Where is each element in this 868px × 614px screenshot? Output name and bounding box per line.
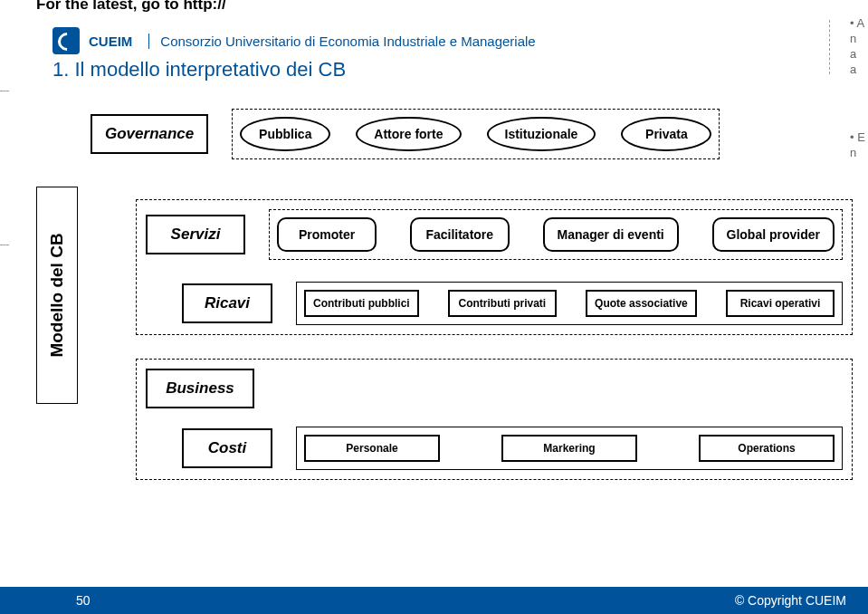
option-contributi-privati: Contributi privati: [448, 290, 557, 317]
ricavi-label-box: Ricavi: [182, 283, 272, 323]
servizi-ricavi-group: Servizi Promoter Facilitatore Manager di…: [136, 199, 853, 335]
governance-row: Governance Pubblica Attore forte Istituz…: [91, 109, 859, 159]
cueim-logo-icon: [52, 27, 80, 54]
option-privata: Privata: [621, 117, 711, 151]
slide-header: CUEIM Consorzio Universitario di Economi…: [52, 27, 536, 54]
slide-footer: 50 © Copyright CUEIM: [0, 587, 868, 614]
sidebar-modello-del-cb: Modello del CB: [36, 187, 78, 404]
decorative-dash: [829, 20, 830, 74]
brand-subtitle: Consorzio Universitario di Economia Indu…: [148, 34, 535, 49]
option-pubblica: Pubblica: [240, 117, 330, 151]
costi-options-group: Personale Markering Operations: [296, 427, 843, 470]
option-quote-associative: Quote associative: [586, 290, 697, 317]
costi-label-box: Costi: [182, 428, 272, 468]
decorative-dash: [0, 245, 9, 245]
option-ricavi-operativi: Ricavi operativi: [726, 290, 835, 317]
servizi-row: Servizi Promoter Facilitatore Manager di…: [146, 209, 843, 260]
diagram-content: Governance Pubblica Attore forte Istituz…: [9, 109, 859, 480]
business-label-box: Business: [146, 369, 254, 408]
page-number: 50: [76, 593, 91, 608]
ricavi-options-group: Contributi pubblici Contributi privati Q…: [296, 282, 843, 325]
option-facilitatore: Facilitatore: [410, 217, 510, 252]
option-istituzionale: Istituzionale: [487, 117, 596, 151]
costi-row: Costi Personale Markering Operations: [182, 427, 843, 470]
option-attore-forte: Attore forte: [356, 117, 461, 151]
option-markering: Markering: [501, 435, 637, 462]
option-global-provider: Global provider: [712, 217, 835, 252]
decorative-dash: [0, 91, 9, 91]
option-promoter: Promoter: [277, 217, 377, 252]
copyright-text: © Copyright CUEIM: [735, 593, 846, 608]
business-row: Business: [146, 369, 843, 408]
brand-label: CUEIM: [89, 34, 132, 49]
option-personale: Personale: [304, 435, 440, 462]
governance-label-box: Governance: [91, 114, 208, 154]
ricavi-row: Ricavi Contributi pubblici Contributi pr…: [182, 282, 843, 325]
governance-options-group: Pubblica Attore forte Istituzionale Priv…: [232, 109, 720, 159]
option-contributi-pubblici: Contributi pubblici: [304, 290, 419, 317]
business-costi-group: Business Costi Personale Markering Opera…: [136, 359, 853, 480]
option-operations: Operations: [699, 435, 835, 462]
sidebar-label: Modello del CB: [47, 233, 67, 357]
servizi-options-group: Promoter Facilitatore Manager di eventi …: [269, 209, 843, 260]
slide-title: 1. Il modello interpretativo dei CB: [52, 58, 346, 82]
servizi-label-box: Servizi: [146, 215, 245, 254]
option-manager-eventi: Manager di eventi: [543, 217, 679, 252]
outdated-banner-text: For the latest, go to http://: [36, 0, 226, 14]
